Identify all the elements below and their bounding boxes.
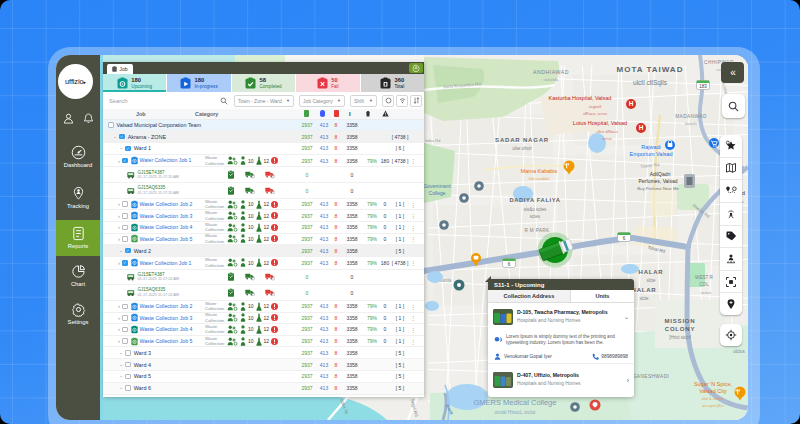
svg-text:Perfumes, Valsad: Perfumes, Valsad [638, 178, 677, 184]
svg-text:MISSION: MISSION [665, 318, 696, 324]
svg-text:COLONY: COLONY [665, 326, 695, 332]
svg-text:Valsad City: Valsad City [699, 388, 727, 394]
svg-text:Rajwadi: Rajwadi [641, 144, 661, 150]
svg-text:Emporium Valsad: Emporium Valsad [630, 151, 673, 157]
svg-text:WEST R: WEST R [695, 275, 713, 280]
svg-text:Government: Government [423, 183, 451, 189]
svg-text:scrus: scrus [602, 136, 612, 141]
svg-text:HALAR: HALAR [632, 287, 657, 293]
svg-text:histoils: histoils [685, 121, 697, 126]
svg-text:railsiolls: railsiolls [544, 77, 559, 82]
svg-text:H: H [639, 124, 644, 131]
svg-text:COL: COL [699, 282, 709, 287]
svg-text:AdilQadri: AdilQadri [650, 171, 671, 177]
svg-text:hihi scololu: hihi scololu [529, 176, 549, 181]
svg-text:slRaca, scrus: slRaca, scrus [583, 111, 607, 116]
svg-text:R M PARK: R M PARK [524, 228, 550, 233]
svg-text:slcie: slcie [646, 278, 655, 283]
svg-text:Kasturba Hospital, Valsad: Kasturba Hospital, Valsad [549, 95, 612, 101]
svg-text:slcie: slcie [639, 296, 648, 301]
svg-text:orcial HlsscL siclot: orcial HlsscL siclot [495, 409, 537, 415]
svg-text:ocirus: ocirus [701, 291, 711, 295]
svg-text:MADANWAD: MADANWAD [675, 114, 707, 119]
svg-text:ulse ohoir: ulse ohoir [512, 146, 532, 151]
svg-text:sis&u scies: sis&u scies [524, 207, 547, 212]
svg-text:Mama Kababis: Mama Kababis [521, 168, 558, 174]
svg-text:cllcs slRaca: cllcs slRaca [596, 129, 618, 134]
svg-text:Buy Perfume Near Me: Buy Perfume Near Me [637, 186, 679, 191]
svg-text:ulol & ruiMsi,: ulol & ruiMsi, [702, 396, 725, 401]
svg-text:SADAR NAGAR: SADAR NAGAR [495, 137, 549, 143]
svg-text:Lotus Hospital, Valsad: Lotus Hospital, Valsad [573, 120, 627, 126]
svg-text:HALAR: HALAR [639, 269, 664, 275]
svg-text:[Hrici siciril: [Hrici siciril [669, 335, 691, 340]
svg-text:ulctl ctlSqlls: ulctl ctlSqlls [633, 79, 668, 87]
svg-text:Sugar ’N Spice,: Sugar ’N Spice, [694, 381, 733, 387]
svg-text:mba Rd: mba Rd [425, 138, 441, 143]
svg-text:ANDHIAWAD: ANDHIAWAD [533, 69, 569, 75]
svg-text:scgeoll: scgeoll [589, 104, 602, 109]
svg-text:DADIYA FALIYA: DADIYA FALIYA [510, 197, 561, 203]
svg-text:183: 183 [699, 84, 707, 89]
svg-text:GMERS Medical College: GMERS Medical College [474, 398, 557, 407]
svg-text:occupis [Sci: occupis [Sci [702, 403, 723, 408]
svg-text:MOTA TAIWAD: MOTA TAIWAD [617, 65, 684, 74]
svg-text:scies: scies [530, 214, 541, 219]
svg-text:GANESHWADI: GANESHWADI [633, 374, 670, 379]
svg-text:H: H [629, 100, 634, 107]
svg-text:olcius: olcius [733, 349, 745, 354]
svg-text:College: College [429, 190, 446, 196]
